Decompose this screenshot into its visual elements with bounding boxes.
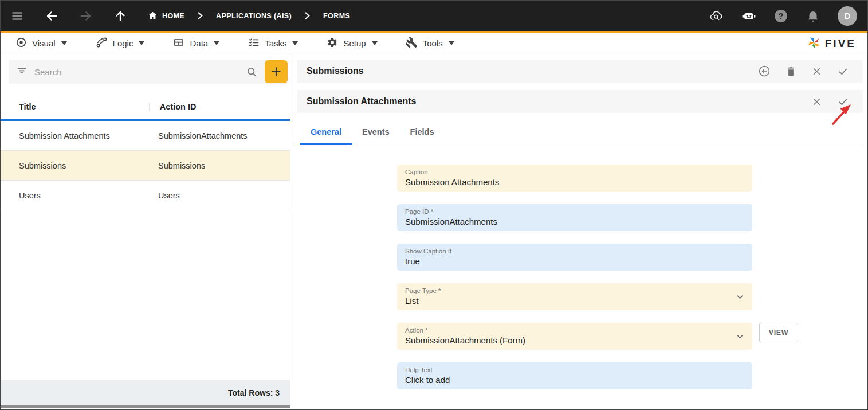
visual-icon [15,37,27,50]
assistant-bot-icon[interactable] [741,9,756,24]
menu-tools[interactable]: Tools [406,37,454,50]
form-header: Submission Attachments [297,90,863,113]
filter-icon[interactable] [16,65,28,79]
caret-down-icon [139,41,144,46]
general-tab-content: Caption Submission Attachments Page ID *… [297,145,863,402]
five-logo: FIVE [806,33,856,54]
menu-visual[interactable]: Visual [15,37,67,50]
table-row-selected[interactable]: Submissions Submissions [1,151,290,181]
avatar[interactable]: D [838,6,857,26]
form-detail-panel: Submissions Submiss [290,54,867,408]
breadcrumb-applications[interactable]: APPLICATIONS (AIS) [216,12,292,20]
logic-icon [96,37,108,50]
show-caption-if-field[interactable]: Show Caption If true [397,244,752,271]
menu-logic[interactable]: Logic [96,37,145,50]
notifications-icon[interactable] [806,9,820,24]
confirm-icon[interactable] [837,96,849,107]
chevron-right-icon [197,12,203,19]
form-header-title: Submission Attachments [307,96,811,107]
delete-icon[interactable] [785,65,796,77]
help-icon[interactable]: ? [773,9,788,24]
tasks-icon [248,37,260,50]
caret-down-icon [449,41,454,46]
close-icon[interactable] [811,96,822,107]
table-row[interactable]: Submission Attachments SubmissionAttachm… [1,121,290,151]
caption-field[interactable]: Caption Submission Attachments [397,165,752,192]
main-content: Title | Action ID Submission Attachments… [1,54,867,408]
search-bar [9,60,288,84]
setup-gear-icon [327,37,338,50]
close-icon[interactable] [811,66,822,77]
undo-icon[interactable] [758,65,771,77]
search-icon[interactable] [246,66,258,78]
five-pinwheel-icon [806,35,822,53]
forms-list-panel: Title | Action ID Submission Attachments… [1,54,290,408]
menu-setup[interactable]: Setup [327,37,377,50]
chevron-down-icon[interactable] [735,331,745,341]
chevron-right-icon [304,12,311,19]
column-divider: | [148,102,151,111]
app-window: HOME APPLICATIONS (AIS) FORMS [0,0,868,410]
page-type-select[interactable]: Page Type * List [397,283,752,310]
horizontal-scrollbar[interactable] [1,405,290,408]
tab-general[interactable]: General [300,119,352,145]
breadcrumb-forms[interactable]: FORMS [323,12,350,20]
data-icon [173,37,184,50]
top-navigation-bar: HOME APPLICATIONS (AIS) FORMS [1,1,867,33]
tab-events[interactable]: Events [352,119,400,145]
action-select[interactable]: Action * SubmissionAttachments (Form) [397,323,752,350]
cloud-search-icon[interactable] [709,9,724,24]
menu-data[interactable]: Data [173,37,219,50]
add-form-button[interactable] [265,60,288,83]
menu-bar: Visual Logic Data [1,33,867,54]
table-footer: Total Rows: 3 [1,380,290,405]
list-header-title: Submissions [307,66,758,76]
column-header-title[interactable]: Title [19,102,148,111]
caret-down-icon [372,41,378,46]
menu-icon[interactable] [10,9,25,24]
menu-tasks[interactable]: Tasks [248,37,298,50]
table-row[interactable]: Users Users [1,181,290,210]
caret-down-icon [61,41,67,46]
back-icon[interactable] [44,9,59,24]
list-header: Submissions [297,60,863,83]
form-tabs: General Events Fields [297,119,863,145]
chevron-down-icon[interactable] [735,292,745,302]
help-text-field[interactable]: Help Text Click to add [397,362,752,389]
home-icon [147,10,158,21]
page-id-field[interactable]: Page ID * SubmissionAttachments [397,204,752,231]
view-button[interactable]: VIEW [759,323,798,342]
table-header: Title | Action ID [1,93,290,121]
tools-icon [406,37,418,50]
caret-down-icon [292,41,298,46]
tab-fields[interactable]: Fields [400,119,445,145]
total-rows-label: Total Rows: 3 [228,388,280,397]
breadcrumb-home[interactable]: HOME [147,10,184,21]
svg-text:?: ? [779,11,784,21]
up-icon[interactable] [113,9,128,24]
column-header-action-id[interactable]: Action ID [160,102,197,111]
forward-icon[interactable] [78,9,93,24]
caret-down-icon [214,41,219,46]
search-input[interactable] [34,67,246,77]
confirm-icon[interactable] [837,66,849,77]
